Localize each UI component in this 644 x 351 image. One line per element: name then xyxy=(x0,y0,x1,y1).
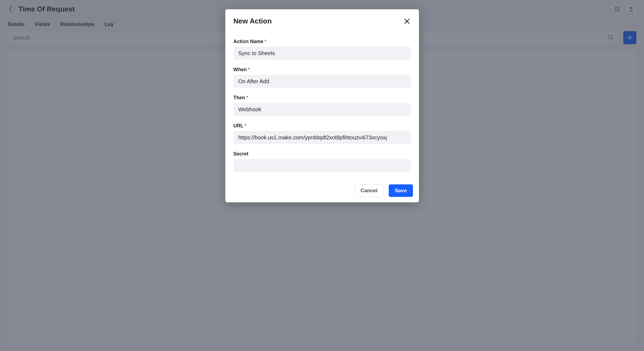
action-name-input[interactable] xyxy=(233,47,411,60)
secret-input[interactable] xyxy=(233,159,411,172)
then-input[interactable] xyxy=(233,103,411,116)
then-label: Then* xyxy=(233,95,411,101)
action-name-label: Action Name* xyxy=(233,39,411,44)
url-input[interactable] xyxy=(233,131,411,144)
url-label: URL* xyxy=(233,123,411,129)
cancel-button[interactable]: Cancel xyxy=(354,184,384,197)
secret-label: Secret xyxy=(233,151,411,157)
when-input[interactable] xyxy=(233,75,411,88)
modal-overlay[interactable]: New Action Action Name* When* Then* xyxy=(0,0,644,351)
save-button[interactable]: Save xyxy=(389,184,413,197)
close-icon xyxy=(404,18,410,24)
modal-title: New Action xyxy=(233,17,272,25)
new-action-modal: New Action Action Name* When* Then* xyxy=(225,9,419,202)
close-button[interactable] xyxy=(403,17,411,25)
when-label: When* xyxy=(233,67,411,73)
